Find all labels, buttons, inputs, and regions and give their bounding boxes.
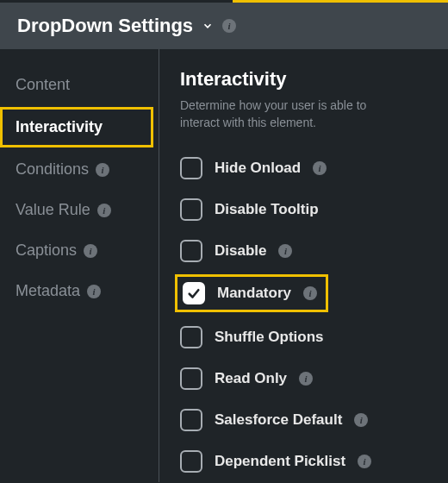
- sidebar-item-label: Metadata: [16, 282, 80, 300]
- sidebar-item-captions[interactable]: Captionsi: [0, 230, 159, 271]
- info-icon[interactable]: i: [84, 244, 97, 258]
- checkbox[interactable]: [183, 282, 205, 304]
- info-icon[interactable]: i: [299, 372, 313, 386]
- option-label: Read Only: [215, 370, 287, 387]
- option-hide-onload: Hide Onloadi: [180, 150, 427, 186]
- info-icon[interactable]: i: [97, 204, 111, 217]
- sidebar-item-interactivity[interactable]: Interactivity: [0, 107, 153, 147]
- option-salesforce-default: Salesforce Defaulti: [180, 402, 427, 438]
- sidebar-item-label: Captions: [16, 242, 77, 260]
- options-list: Hide OnloadiDisable TooltipDisableiManda…: [180, 150, 427, 480]
- info-icon[interactable]: i: [278, 244, 292, 258]
- option-shuffle-options: Shuffle Options: [180, 319, 427, 355]
- header-title: DropDown Settings: [17, 15, 193, 37]
- checkbox[interactable]: [180, 157, 202, 179]
- checkbox[interactable]: [180, 367, 202, 390]
- option-label: Shuffle Options: [215, 329, 324, 346]
- sidebar-item-value-rule[interactable]: Value Rulei: [0, 190, 159, 230]
- option-disable: Disablei: [180, 233, 427, 269]
- sidebar: ContentInteractivityConditionsiValue Rul…: [0, 49, 159, 482]
- info-icon[interactable]: i: [354, 413, 368, 427]
- option-label: Salesforce Default: [215, 411, 342, 429]
- checkbox[interactable]: [180, 450, 202, 473]
- main-panel: Interactivity Determine how your user is…: [159, 49, 448, 482]
- option-dependent-picklist: Dependent Picklisti: [180, 443, 427, 480]
- info-icon[interactable]: i: [96, 163, 109, 177]
- sidebar-item-content[interactable]: Content: [0, 65, 159, 105]
- main-description: Determine how your user is able to inter…: [180, 97, 404, 131]
- info-icon[interactable]: i: [222, 19, 236, 33]
- body: ContentInteractivityConditionsiValue Rul…: [0, 49, 448, 482]
- option-disable-tooltip: Disable Tooltip: [180, 191, 427, 228]
- info-icon[interactable]: i: [358, 455, 371, 468]
- sidebar-item-label: Interactivity: [16, 118, 103, 136]
- checkbox[interactable]: [180, 240, 202, 262]
- checkbox[interactable]: [180, 326, 202, 348]
- chevron-down-icon[interactable]: [202, 20, 214, 32]
- info-icon[interactable]: i: [303, 286, 317, 300]
- checkbox[interactable]: [180, 198, 202, 221]
- info-icon[interactable]: i: [313, 161, 327, 175]
- checkbox[interactable]: [180, 409, 202, 431]
- sidebar-item-conditions[interactable]: Conditionsi: [0, 149, 159, 190]
- header: DropDown Settings i: [0, 3, 448, 49]
- option-read-only: Read Onlyi: [180, 361, 427, 397]
- option-label: Mandatory: [217, 285, 291, 302]
- option-label: Disable Tooltip: [215, 201, 319, 218]
- option-label: Disable: [215, 242, 266, 260]
- info-icon[interactable]: i: [87, 285, 101, 298]
- option-label: Hide Onload: [215, 160, 301, 177]
- option-label: Dependent Picklist: [215, 453, 345, 470]
- main-title: Interactivity: [180, 68, 427, 91]
- sidebar-item-metadata[interactable]: Metadatai: [0, 271, 159, 311]
- sidebar-item-label: Conditions: [16, 160, 89, 179]
- option-mandatory: Mandatoryi: [175, 274, 328, 312]
- sidebar-item-label: Value Rule: [16, 201, 90, 219]
- sidebar-item-label: Content: [16, 76, 70, 94]
